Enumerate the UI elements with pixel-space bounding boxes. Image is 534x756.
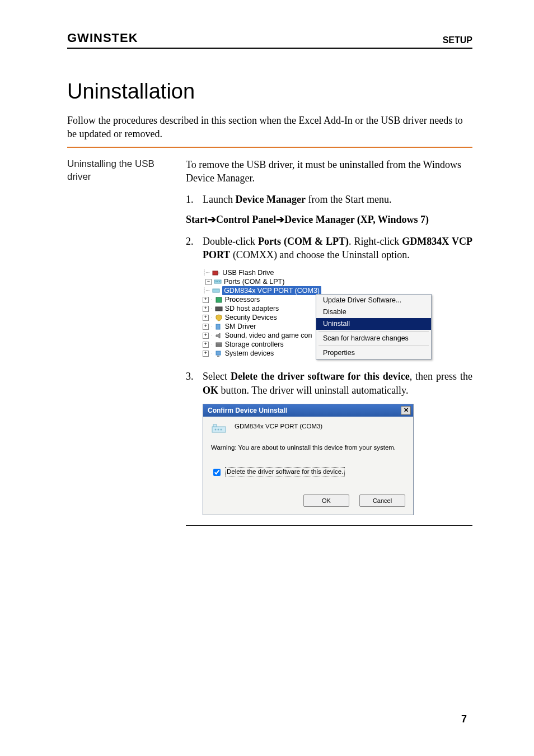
tree-item[interactable]: SM Driver	[225, 322, 256, 331]
dialog-warning: Warning: You are about to uninstall this…	[211, 444, 405, 452]
sound-icon	[215, 332, 223, 339]
device-tree: ┊···· USB Flash Drive − Ports (COM & LPT…	[203, 268, 315, 358]
page-header: GWINSTEK SETUP	[67, 31, 472, 49]
svg-point-15	[215, 429, 217, 431]
svg-rect-8	[216, 307, 222, 311]
header-section-label: SETUP	[443, 35, 472, 45]
page-number: 7	[461, 713, 467, 725]
card-icon	[215, 305, 223, 312]
tree-item[interactable]: SD host adapters	[225, 304, 279, 313]
ports-icon	[214, 278, 222, 286]
tree-item[interactable]: USB Flash Drive	[222, 268, 274, 277]
brand-logo: GWINSTEK	[67, 31, 138, 45]
step-1: 1. Launch Device Manager from the Start …	[186, 193, 472, 206]
expand-icon[interactable]: +	[203, 324, 209, 330]
figure-confirm-dialog: Confirm Device Uninstall ✕ GDM834x VCP P…	[203, 404, 472, 515]
step-number: 1.	[186, 193, 197, 206]
delete-driver-checkbox[interactable]	[213, 469, 221, 476]
path-cp: Control Panel	[216, 214, 276, 225]
content-column: To remove the USB driver, it must be uni…	[186, 158, 472, 526]
tree-item[interactable]: Storage controllers	[225, 340, 284, 349]
text-bold: Device Manager	[235, 194, 305, 205]
processor-icon	[215, 296, 223, 304]
port-icon	[211, 422, 228, 435]
confirm-dialog: Confirm Device Uninstall ✕ GDM834x VCP P…	[203, 404, 414, 515]
tree-item[interactable]: Processors	[225, 295, 260, 304]
svg-rect-7	[216, 297, 222, 302]
text: (COMXX) and choose the Uninstall option.	[230, 249, 409, 260]
context-menu: Update Driver Software... Disable Uninst…	[316, 294, 432, 360]
svg-rect-11	[216, 345, 222, 347]
menu-separator	[318, 331, 429, 332]
path-dm: Device Manager (XP, Windows 7)	[284, 214, 429, 225]
expand-icon[interactable]: +	[203, 342, 209, 348]
expand-icon[interactable]: +	[203, 306, 209, 312]
svg-point-4	[217, 281, 218, 282]
svg-point-16	[218, 429, 219, 431]
cancel-button[interactable]: Cancel	[359, 494, 405, 507]
svg-rect-9	[216, 324, 220, 329]
svg-rect-13	[217, 356, 219, 357]
svg-rect-1	[218, 272, 219, 274]
text: . Right-click	[349, 236, 402, 247]
tree-item[interactable]: Sound, video and game con	[225, 331, 312, 340]
usb-drive-icon	[212, 269, 220, 277]
divider	[186, 525, 472, 526]
expand-icon[interactable]: +	[203, 315, 209, 321]
port-icon	[212, 287, 220, 295]
menu-item-disable[interactable]: Disable	[316, 306, 431, 318]
svg-point-5	[219, 281, 220, 282]
menu-separator	[318, 346, 429, 346]
step-3: 3. Select Delete the driver software for…	[186, 370, 472, 397]
security-icon	[215, 314, 223, 321]
text: Select	[203, 371, 231, 382]
driver-icon	[215, 323, 223, 330]
dialog-title: Confirm Device Uninstall	[208, 406, 287, 415]
intro-paragraph: Follow the procedures described in this …	[67, 114, 472, 141]
svg-rect-18	[213, 424, 217, 427]
menu-item-scan[interactable]: Scan for hardware changes	[316, 333, 431, 344]
text: from the Start menu.	[306, 194, 391, 205]
side-heading: Uninstalling the USB driver	[67, 158, 162, 526]
text-bold: Delete the driver software for this devi…	[231, 371, 410, 382]
text: button. The driver will uninstall automa…	[218, 385, 408, 396]
arrow-icon: ➔	[208, 214, 216, 225]
svg-point-17	[221, 429, 222, 431]
system-icon	[215, 350, 223, 357]
figure-device-manager: ┊···· USB Flash Drive − Ports (COM & LPT…	[203, 268, 472, 360]
svg-rect-6	[213, 289, 219, 292]
svg-rect-0	[213, 271, 218, 275]
step-1-path: Start➔Control Panel➔Device Manager (XP, …	[186, 213, 472, 226]
expand-icon[interactable]: +	[203, 333, 209, 339]
divider	[67, 147, 472, 148]
checkbox-label: Delete the driver software for this devi…	[225, 467, 345, 477]
arrow-icon: ➔	[276, 214, 284, 225]
dialog-device-name: GDM834x VCP PORT (COM3)	[235, 422, 322, 431]
dialog-titlebar: Confirm Device Uninstall ✕	[203, 404, 413, 417]
svg-rect-12	[216, 351, 221, 355]
tree-item[interactable]: Ports (COM & LPT)	[224, 277, 284, 286]
svg-rect-10	[216, 343, 222, 344]
step-number: 3.	[186, 370, 197, 397]
text: Launch	[203, 194, 235, 205]
text-bold: OK	[203, 385, 218, 396]
page-title: Uninstallation	[67, 80, 472, 104]
tree-item-selected[interactable]: GDM834x VCP PORT (COM3)	[222, 286, 321, 295]
step-2: 2. Double-click Ports (COM & LPT). Right…	[186, 235, 472, 262]
text: Double-click	[203, 236, 258, 247]
menu-item-update[interactable]: Update Driver Software...	[316, 295, 431, 306]
step-number: 2.	[186, 235, 197, 262]
close-icon[interactable]: ✕	[401, 406, 411, 415]
lead-paragraph: To remove the USB driver, it must be uni…	[186, 158, 472, 185]
collapse-icon[interactable]: −	[205, 279, 212, 285]
ok-button[interactable]: OK	[303, 494, 349, 507]
tree-item[interactable]: Security Devices	[225, 313, 277, 322]
path-start: Start	[186, 214, 208, 225]
expand-icon[interactable]: +	[203, 297, 209, 303]
svg-point-3	[216, 281, 217, 282]
menu-item-uninstall[interactable]: Uninstall	[316, 318, 431, 330]
storage-icon	[215, 341, 223, 348]
menu-item-properties[interactable]: Properties	[316, 347, 431, 359]
tree-item[interactable]: System devices	[225, 349, 274, 358]
expand-icon[interactable]: +	[203, 351, 209, 357]
